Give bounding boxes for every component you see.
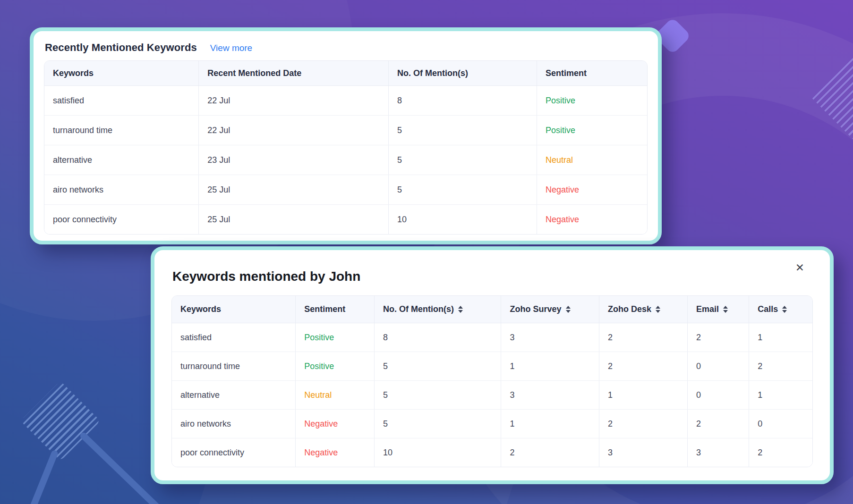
sentiment-cell: Positive bbox=[296, 352, 375, 381]
table-cell: 1 bbox=[501, 352, 599, 381]
table-row: airo networks25 Jul5Negative bbox=[44, 175, 647, 205]
sentiment-cell: Negative bbox=[537, 175, 647, 205]
table-row: alternativeNeutral53101 bbox=[172, 381, 812, 410]
sentiment-cell: Positive bbox=[537, 116, 647, 145]
column-header-zoho-desk[interactable]: Zoho Desk bbox=[599, 296, 687, 323]
table-cell: 2 bbox=[749, 352, 812, 381]
table-cell: 23 Jul bbox=[199, 145, 389, 175]
table-cell: 2 bbox=[688, 323, 749, 352]
header-row: KeywordsRecent Mentioned DateNo. Of Ment… bbox=[44, 61, 647, 86]
table-cell: 1 bbox=[749, 323, 812, 352]
sort-icon[interactable] bbox=[566, 306, 571, 313]
table-cell: 10 bbox=[374, 438, 501, 467]
table-cell: 5 bbox=[389, 175, 537, 205]
column-label: Sentiment bbox=[304, 304, 345, 314]
table-cell: 2 bbox=[599, 323, 687, 352]
recently-mentioned-keywords-card: Recently Mentioned Keywords View more Ke… bbox=[30, 27, 662, 244]
sort-icon[interactable] bbox=[458, 306, 463, 313]
table-cell: poor connectivity bbox=[172, 438, 296, 467]
table-cell: 3 bbox=[501, 381, 599, 410]
table-cell: 1 bbox=[599, 381, 687, 410]
column-label: Keywords bbox=[53, 68, 94, 78]
table-cell: 0 bbox=[749, 410, 812, 438]
header-row: KeywordsSentimentNo. Of Mention(s)Zoho S… bbox=[172, 296, 812, 323]
card-title: Recently Mentioned Keywords bbox=[45, 42, 197, 54]
table-cell: airo networks bbox=[172, 410, 296, 438]
table-cell: poor connectivity bbox=[44, 205, 199, 235]
column-header-keywords: Keywords bbox=[44, 61, 199, 86]
table-row: poor connectivityNegative102332 bbox=[172, 438, 812, 467]
table-cell: 5 bbox=[374, 410, 501, 438]
table-cell: 2 bbox=[688, 410, 749, 438]
sentiment-cell: Negative bbox=[537, 205, 647, 235]
table-cell: satisfied bbox=[44, 86, 199, 116]
table-cell: 1 bbox=[501, 410, 599, 438]
table-cell: 8 bbox=[389, 86, 537, 116]
table-cell: 22 Jul bbox=[199, 86, 389, 116]
table-cell: 2 bbox=[501, 438, 599, 467]
table-cell: 5 bbox=[389, 116, 537, 145]
table-cell: 2 bbox=[599, 352, 687, 381]
table-cell: 10 bbox=[389, 205, 537, 235]
column-header-zoho-survey[interactable]: Zoho Survey bbox=[501, 296, 599, 323]
desktop-background: { "colors": { "sentiment": { "Positive":… bbox=[0, 0, 853, 504]
keywords-table-container: KeywordsRecent Mentioned DateNo. Of Ment… bbox=[44, 60, 648, 235]
sort-icon[interactable] bbox=[782, 306, 787, 313]
column-label: Keywords bbox=[180, 304, 221, 314]
table-cell: 3 bbox=[599, 438, 687, 467]
sentiment-cell: Neutral bbox=[537, 145, 647, 175]
table-cell: 2 bbox=[599, 410, 687, 438]
table-cell: alternative bbox=[44, 145, 199, 175]
table-row: turnaround time22 Jul5Positive bbox=[44, 116, 647, 145]
table-row: turnaround timePositive51202 bbox=[172, 352, 812, 381]
table-cell: 25 Jul bbox=[199, 175, 389, 205]
table-cell: 5 bbox=[374, 381, 501, 410]
sentiment-cell: Negative bbox=[296, 410, 375, 438]
column-label: Zoho Desk bbox=[608, 304, 651, 314]
sort-icon[interactable] bbox=[723, 306, 728, 313]
table-cell: turnaround time bbox=[44, 116, 199, 145]
table-cell: satisfied bbox=[172, 323, 296, 352]
column-label: Recent Mentioned Date bbox=[207, 68, 301, 78]
keywords-mentioned-modal: ✕ Keywords mentioned by John KeywordsSen… bbox=[151, 246, 834, 484]
table-cell: 0 bbox=[688, 381, 749, 410]
table-cell: 1 bbox=[749, 381, 812, 410]
column-header-keywords: Keywords bbox=[172, 296, 296, 323]
sentiment-cell: Neutral bbox=[296, 381, 375, 410]
table-row: poor connectivity25 Jul10Negative bbox=[44, 205, 647, 235]
card-header: Recently Mentioned Keywords View more bbox=[44, 39, 648, 54]
column-header-recent-mentioned-date: Recent Mentioned Date bbox=[199, 61, 389, 86]
table-cell: 25 Jul bbox=[199, 205, 389, 235]
table-cell: 5 bbox=[374, 352, 501, 381]
view-more-link[interactable]: View more bbox=[210, 43, 252, 53]
sentiment-cell: Positive bbox=[537, 86, 647, 116]
table-cell: 8 bbox=[374, 323, 501, 352]
column-label: Zoho Survey bbox=[510, 304, 561, 314]
table-cell: 5 bbox=[389, 145, 537, 175]
column-header-calls[interactable]: Calls bbox=[749, 296, 812, 323]
column-header-no-of-mention-s[interactable]: No. Of Mention(s) bbox=[374, 296, 501, 323]
table-row: airo networksNegative51220 bbox=[172, 410, 812, 438]
table-cell: 3 bbox=[501, 323, 599, 352]
table-row: satisfiedPositive83221 bbox=[172, 323, 812, 352]
modal-table-container: KeywordsSentimentNo. Of Mention(s)Zoho S… bbox=[171, 295, 813, 467]
table-cell: 3 bbox=[688, 438, 749, 467]
modal-title: Keywords mentioned by John bbox=[172, 269, 813, 284]
column-header-sentiment: Sentiment bbox=[537, 61, 647, 86]
sort-icon[interactable] bbox=[656, 306, 660, 313]
table-row: satisfied22 Jul8Positive bbox=[44, 86, 647, 116]
sentiment-cell: Positive bbox=[296, 323, 375, 352]
close-icon[interactable]: ✕ bbox=[793, 260, 806, 275]
column-header-sentiment: Sentiment bbox=[296, 296, 375, 323]
keywords-table: KeywordsRecent Mentioned DateNo. Of Ment… bbox=[44, 61, 647, 234]
column-header-no-of-mention-s: No. Of Mention(s) bbox=[389, 61, 537, 86]
table-cell: airo networks bbox=[44, 175, 199, 205]
column-label: Email bbox=[696, 304, 719, 314]
column-label: No. Of Mention(s) bbox=[397, 68, 468, 78]
column-header-email[interactable]: Email bbox=[688, 296, 749, 323]
table-cell: 0 bbox=[688, 352, 749, 381]
column-label: No. Of Mention(s) bbox=[383, 304, 454, 314]
table-cell: alternative bbox=[172, 381, 296, 410]
column-label: Sentiment bbox=[546, 68, 587, 78]
table-cell: turnaround time bbox=[172, 352, 296, 381]
